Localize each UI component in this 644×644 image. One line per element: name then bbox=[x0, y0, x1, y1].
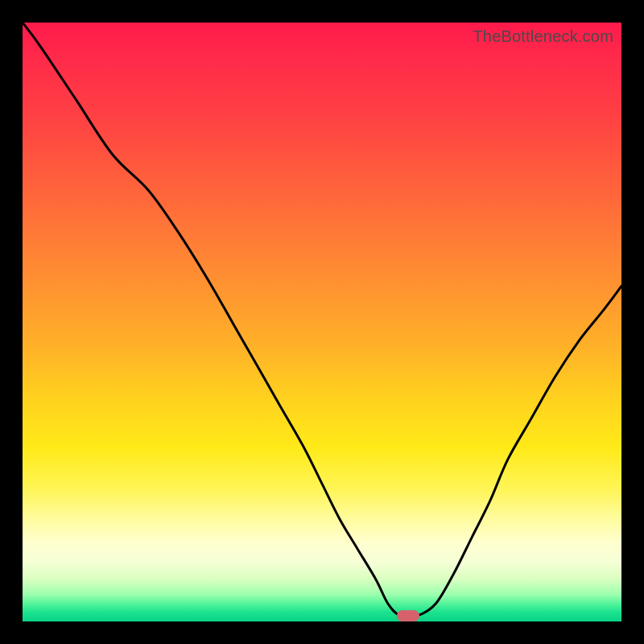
plot-area: TheBottleneck.com bbox=[23, 23, 621, 621]
watermark-text: TheBottleneck.com bbox=[473, 27, 613, 46]
bottleneck-curve bbox=[23, 23, 621, 621]
optimal-marker bbox=[397, 610, 419, 621]
chart-frame: TheBottleneck.com bbox=[0, 0, 644, 644]
